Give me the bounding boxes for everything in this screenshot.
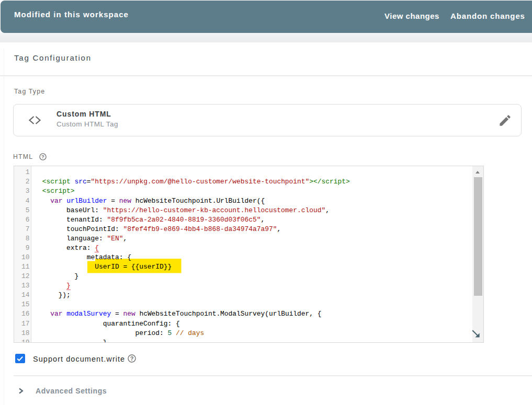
svg-text:?: ?	[130, 355, 133, 362]
svg-text:?: ?	[41, 154, 44, 159]
